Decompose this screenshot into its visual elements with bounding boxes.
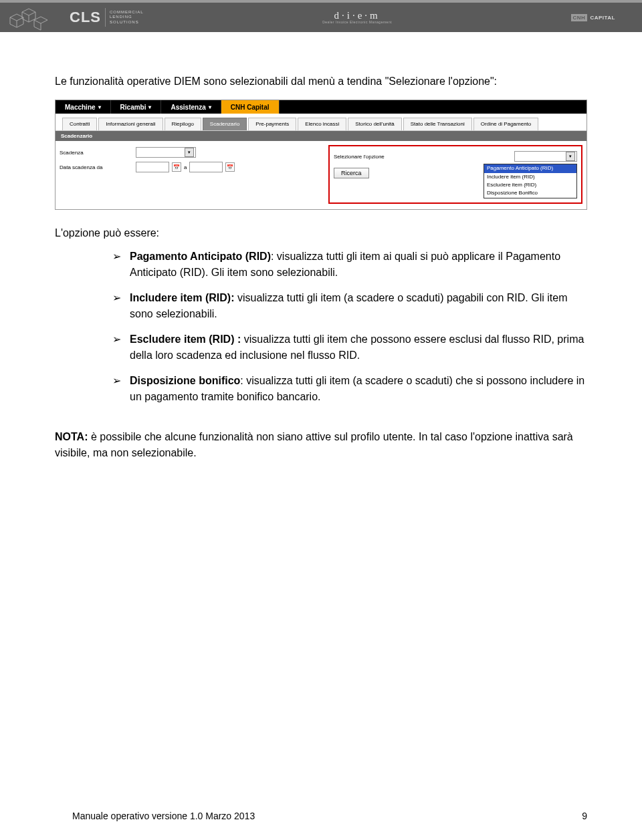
chevron-down-icon: ▾ xyxy=(209,104,211,110)
app-top-menu: Macchine▾ Ricambi▾ Assistenza▾ CNH Capit… xyxy=(56,100,586,114)
row-data-scadenza: Data scadenza da 📅 a 📅 xyxy=(60,160,326,174)
tab-contratti[interactable]: Contratti xyxy=(62,118,97,130)
bullet-body: Disposizione bonifico: visualizza tutti … xyxy=(130,373,587,405)
header-banner: CLS COMMERCIAL LENDING SOLUTIONS d·i·e·m… xyxy=(0,0,642,32)
tab-stato-transazioni[interactable]: Stato delle Transazioni xyxy=(403,118,472,130)
diem-subtitle: Dealer Invoice Electronic Management xyxy=(322,21,392,24)
cnh-capital-logo: CNH CAPITAL xyxy=(571,14,615,21)
cnh-capital-text: CAPITAL xyxy=(590,15,615,21)
option-disposizione-bonifico[interactable]: Disposizione Bonifico xyxy=(484,189,576,197)
cubes-icon xyxy=(0,1,60,33)
bullet-mark-icon: ➢ xyxy=(112,331,123,364)
bullet-sep: : xyxy=(240,375,246,386)
diem-mark: d·i·e·m xyxy=(322,11,392,21)
menu-ricambi[interactable]: Ricambi▾ xyxy=(111,100,162,114)
ricerca-button[interactable]: Ricerca xyxy=(334,168,369,178)
diem-screenshot: Macchine▾ Ricambi▾ Assistenza▾ CNH Capit… xyxy=(55,100,587,210)
bullet-mark-icon: ➢ xyxy=(112,249,123,281)
row-selezionare-opzione: Selezionare l'opzione ▾ xyxy=(334,149,577,164)
menu-label: CNH Capital xyxy=(231,104,270,111)
bullet-body: Pagamento Anticipato (RID): visualizza t… xyxy=(130,249,587,281)
menu-label: Assistenza xyxy=(171,104,205,111)
bullet-strong: Includere item (RID): xyxy=(130,292,234,303)
bullet-strong: Disposizione bonifico xyxy=(130,375,240,386)
bullet-strong: Escludere item (RID) : xyxy=(130,333,241,345)
menu-label: Ricambi xyxy=(120,104,146,111)
post-paragraph: L'opzione può essere: xyxy=(55,227,587,239)
menu-assistenza[interactable]: Assistenza▾ xyxy=(161,100,221,114)
bullet-sep: : xyxy=(271,251,277,262)
app-sub-tabs: Contratti Informazioni generali Riepilog… xyxy=(56,114,586,131)
bullet-body: Includere item (RID): visualizza tutti g… xyxy=(130,290,587,322)
intro-paragraph: Le funzionalità operative DIEM sono sele… xyxy=(55,74,587,89)
calendar-icon[interactable]: 📅 xyxy=(225,162,235,172)
scadenza-select[interactable]: ▾ xyxy=(136,147,196,158)
tab-informazioni-generali[interactable]: Informazioni generali xyxy=(98,118,163,130)
menu-label: Macchine xyxy=(65,104,96,111)
chevron-down-icon: ▾ xyxy=(148,104,151,110)
scadenza-label: Scadenza xyxy=(60,150,133,156)
date-from-input[interactable] xyxy=(136,162,169,172)
chevron-down-icon: ▾ xyxy=(98,104,101,110)
bullet-disposizione-bonifico: ➢ Disposizione bonifico: visualizza tutt… xyxy=(112,373,587,405)
filter-panel: Scadenza ▾ Data scadenza da 📅 a 📅 Selezi… xyxy=(56,141,586,209)
tab-storico-unita[interactable]: Storico dell'unità xyxy=(348,118,401,130)
diem-logo: d·i·e·m Dealer Invoice Electronic Manage… xyxy=(322,11,392,24)
options-bullet-list: ➢ Pagamento Anticipato (RID): visualizza… xyxy=(55,249,587,405)
bullet-escludere-item: ➢ Escludere item (RID) : visualizza tutt… xyxy=(112,331,587,364)
cls-logo: CLS COMMERCIAL LENDING SOLUTIONS xyxy=(70,8,144,27)
tab-riepilogo[interactable]: Riepilogo xyxy=(165,118,201,130)
cls-tagline: COMMERCIAL LENDING SOLUTIONS xyxy=(110,10,144,25)
date-to-input[interactable] xyxy=(189,162,223,172)
cls-tag-1: COMMERCIAL xyxy=(110,10,144,14)
page-content: Le funzionalità operative DIEM sono sele… xyxy=(0,32,642,481)
row-scadenza: Scadenza ▾ xyxy=(60,145,326,160)
cls-separator xyxy=(105,8,106,27)
filters-left: Scadenza ▾ Data scadenza da 📅 a 📅 xyxy=(60,145,326,204)
opzione-label: Selezionare l'opzione xyxy=(334,154,421,160)
bullet-pagamento-anticipato: ➢ Pagamento Anticipato (RID): visualizza… xyxy=(112,249,587,281)
menu-macchine[interactable]: Macchine▾ xyxy=(56,100,111,114)
data-scadenza-label: Data scadenza da xyxy=(60,164,133,170)
bullet-includere-item: ➢ Includere item (RID): visualizza tutti… xyxy=(112,290,587,322)
opzione-dropdown-list: Pagamento Anticipato (RID) Includere ite… xyxy=(484,164,577,198)
cls-tag-2: LENDING xyxy=(110,15,132,19)
nota-label: NOTA: xyxy=(55,431,88,442)
banner-left: CLS COMMERCIAL LENDING SOLUTIONS xyxy=(0,1,144,33)
nota-paragraph: NOTA: è possibile che alcune funzionalit… xyxy=(55,429,587,461)
tab-scadenzario[interactable]: Scadenzario xyxy=(203,118,247,130)
bullet-mark-icon: ➢ xyxy=(112,290,123,322)
tab-ordine-pagamento[interactable]: Ordine di Pagamento xyxy=(473,118,539,130)
nota-text: è possibile che alcune funzionalità non … xyxy=(55,431,573,458)
cls-mark: CLS xyxy=(70,9,101,26)
option-pagamento-anticipato[interactable]: Pagamento Anticipato (RID) xyxy=(484,164,576,172)
calendar-icon[interactable]: 📅 xyxy=(172,162,181,172)
a-label: a xyxy=(184,164,187,170)
option-escludere-item[interactable]: Escludere item (RID) xyxy=(484,181,576,189)
tab-elenco-incassi[interactable]: Elenco incassi xyxy=(298,118,346,130)
option-includere-item[interactable]: Includere item (RID) xyxy=(484,173,576,181)
cls-tag-3: SOLUTIONS xyxy=(110,20,139,24)
bullet-body: Escludere item (RID) : visualizza tutti … xyxy=(130,331,587,364)
bullet-strong: Pagamento Anticipato (RID) xyxy=(130,251,271,262)
chevron-down-icon: ▾ xyxy=(566,152,575,161)
cnh-box: CNH xyxy=(571,14,588,21)
tab-pre-payments[interactable]: Pre-payments xyxy=(248,118,296,130)
menu-cnh-capital[interactable]: CNH Capital xyxy=(221,100,280,114)
section-title: Scadenzario xyxy=(56,131,586,141)
opzione-select[interactable]: ▾ xyxy=(514,151,577,162)
chevron-down-icon: ▾ xyxy=(185,148,194,157)
bullet-mark-icon: ➢ xyxy=(112,373,123,405)
filters-right-highlighted: Selezionare l'opzione ▾ Ricerca Pagament… xyxy=(328,145,582,204)
